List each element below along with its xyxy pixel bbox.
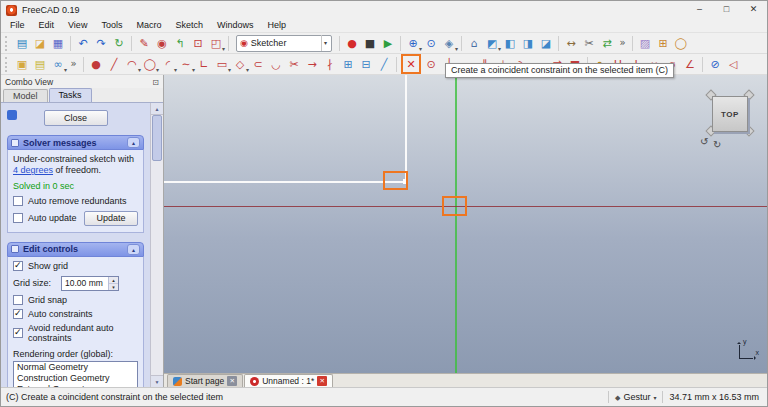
make-link-icon[interactable]: ∞▾	[50, 56, 66, 73]
rendering-order-item[interactable]: Construction Geometry	[14, 373, 137, 384]
constrain-coincident-icon[interactable]: ✕	[401, 54, 421, 74]
edit-controls-header[interactable]: Edit controls	[7, 242, 144, 257]
create-part-icon[interactable]: ▣	[14, 56, 30, 73]
menu-view[interactable]: View	[61, 19, 94, 32]
top-view-icon[interactable]: ◨	[520, 35, 536, 52]
tab-close-icon[interactable]: ✕	[317, 376, 327, 386]
auto-remove-redundants-checkbox[interactable]	[13, 196, 23, 206]
sketch-carbon-copy-icon[interactable]: ⊟	[358, 56, 374, 73]
home-view-icon[interactable]: ⌂	[466, 35, 482, 52]
grid-snap-checkbox[interactable]	[13, 295, 23, 305]
right-view-icon[interactable]: ◪	[538, 35, 554, 52]
restore-button[interactable]: □	[713, 1, 740, 19]
redo-icon[interactable]: ↷	[93, 35, 109, 52]
constrain-angle-icon[interactable]: ∠	[682, 56, 698, 73]
sketch-split-icon[interactable]: ∤	[322, 56, 338, 73]
sketch-line-vertical[interactable]	[405, 75, 407, 182]
sketch-arc-icon[interactable]: ◠▾	[124, 56, 140, 73]
clip-plane-icon[interactable]: ✂	[581, 35, 597, 52]
zoom-selection-icon[interactable]: ⊙	[423, 35, 439, 52]
sketch-polygon-icon[interactable]: ◇▾	[232, 56, 248, 73]
navigation-style-selector[interactable]: Gestur	[615, 392, 656, 402]
chevron-down-icon[interactable]	[321, 35, 329, 51]
auto-constraints-checkbox[interactable]	[13, 309, 23, 319]
workbench-selector[interactable]: Sketcher	[236, 35, 332, 52]
macro-execute-icon[interactable]: ▶	[380, 35, 396, 52]
update-button[interactable]: Update	[84, 211, 138, 226]
edit-sketch-icon[interactable]: ◉	[154, 35, 170, 52]
document-tab[interactable]: Start page✕	[167, 374, 243, 387]
rendering-order-list[interactable]: Normal GeometryConstruction GeometryExte…	[13, 361, 138, 387]
macro-stop-icon[interactable]: ■	[362, 35, 378, 52]
map-sketch-icon[interactable]: ◰▾	[208, 35, 224, 52]
dof-link[interactable]: 4 degrees	[13, 165, 53, 175]
texture-icon[interactable]: ▨	[637, 35, 653, 52]
isometric-view-icon[interactable]: ◩▾	[484, 35, 500, 52]
show-grid-checkbox[interactable]	[13, 261, 23, 271]
rotate-cw-icon[interactable]: ↻	[713, 139, 721, 150]
menu-macro[interactable]: Macro	[129, 19, 168, 32]
menu-tools[interactable]: Tools	[94, 19, 129, 32]
sketch-trim-icon[interactable]: ✂	[286, 56, 302, 73]
draw-style-icon[interactable]: ◈▾	[441, 35, 457, 52]
auto-update-checkbox[interactable]	[13, 213, 23, 223]
close-button[interactable]: ✕	[740, 1, 767, 19]
overflow-chevron[interactable]: »	[617, 35, 628, 52]
scroll-up-icon[interactable]	[151, 103, 163, 115]
avoid-redundant-checkbox[interactable]	[13, 328, 23, 338]
sketch-external-geometry-icon[interactable]: ⊞	[340, 56, 356, 73]
rotate-ccw-icon[interactable]: ↺	[700, 136, 708, 147]
construction-mode-icon[interactable]: ╱	[376, 56, 392, 73]
panel-scrollbar[interactable]	[150, 103, 163, 387]
sketch-extend-icon[interactable]: →	[304, 56, 320, 73]
spin-down-icon[interactable]	[109, 284, 118, 290]
create-group-icon[interactable]: ▤	[32, 56, 48, 73]
sketch-rectangle-icon[interactable]: ▭▾	[214, 56, 230, 73]
3d-viewport[interactable]: TOP ↺ ↻ x y	[164, 75, 767, 373]
tab-close-icon[interactable]: ✕	[227, 376, 237, 386]
solver-messages-header[interactable]: Solver messages	[7, 135, 144, 150]
macro-record-icon[interactable]: ●	[344, 35, 360, 52]
rendering-order-item[interactable]: Normal Geometry	[14, 362, 137, 373]
close-task-button[interactable]: Close	[44, 110, 108, 126]
toggle-active-constraint-icon[interactable]: ◁	[725, 56, 741, 73]
scrollbar-thumb[interactable]	[152, 115, 162, 161]
collapse-section-icon[interactable]	[127, 244, 140, 255]
undo-icon[interactable]: ↶	[75, 35, 91, 52]
minimize-button[interactable]: –	[686, 1, 713, 19]
sketch-conic-icon[interactable]: ◜▾	[160, 56, 176, 73]
create-sketch-icon[interactable]: ✎	[136, 35, 152, 52]
constrain-point-on-object-icon[interactable]: ⊙	[423, 56, 439, 73]
view-sketch-icon[interactable]: ⊡	[190, 35, 206, 52]
menu-file[interactable]: File	[3, 19, 32, 32]
overflow-chevron[interactable]: »	[68, 56, 79, 73]
toolbar-grip[interactable]	[5, 36, 9, 51]
open-folder-icon[interactable]: ◪	[32, 35, 48, 52]
sketch-line-icon[interactable]: ╱	[106, 56, 122, 73]
document-tab[interactable]: Unnamed : 1*✕	[244, 374, 333, 387]
sketch-fillet-icon[interactable]: ◡	[268, 56, 284, 73]
sketch-bspline-icon[interactable]: ∼▾	[178, 56, 194, 73]
sketch-circle-icon[interactable]: ◯▾	[142, 56, 158, 73]
scroll-down-icon[interactable]	[151, 375, 163, 387]
menu-windows[interactable]: Windows	[210, 19, 261, 32]
sync-view-icon[interactable]: ⇄	[599, 35, 615, 52]
leave-sketch-icon[interactable]: ↰	[172, 35, 188, 52]
menu-help[interactable]: Help	[260, 19, 293, 32]
save-icon[interactable]: ▦	[50, 35, 66, 52]
sketch-line-horizontal[interactable]	[164, 181, 406, 183]
measure-icon[interactable]: ↔	[563, 35, 579, 52]
tab-tasks[interactable]: Tasks	[49, 88, 92, 102]
front-view-icon[interactable]: ◧	[502, 35, 518, 52]
sketch-polyline-icon[interactable]: ∟	[196, 56, 212, 73]
sketch-point-icon[interactable]: ●	[88, 56, 104, 73]
rendering-order-item[interactable]: External Geometry	[14, 384, 137, 387]
refresh-icon[interactable]: ↻	[111, 35, 127, 52]
new-document-icon[interactable]: ▤	[14, 35, 30, 52]
tab-model[interactable]: Model	[3, 89, 48, 102]
menu-edit[interactable]: Edit	[32, 19, 62, 32]
navigation-cube[interactable]: TOP ↺ ↻	[701, 87, 759, 145]
menu-sketch[interactable]: Sketch	[168, 19, 210, 32]
toolbar-grip[interactable]	[5, 57, 9, 72]
nav-cube-top-face[interactable]: TOP	[712, 96, 748, 132]
